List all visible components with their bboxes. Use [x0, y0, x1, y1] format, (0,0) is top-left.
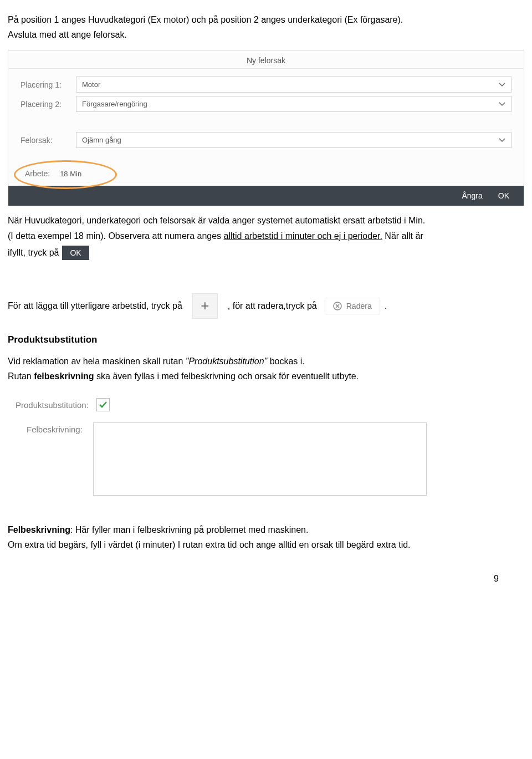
check-icon — [99, 400, 108, 409]
ps-p2-b: ska även fyllas i med felbeskrivning och… — [94, 371, 359, 381]
placering1-value: Motor — [82, 80, 100, 89]
plus-icon: + — [201, 297, 209, 314]
radera-label: Radera — [346, 302, 372, 310]
page-number: 9 — [0, 559, 532, 589]
felorsak-value: Ojämn gång — [82, 136, 121, 144]
intro-line-1: På position 1 anges Huvudkategori (Ex mo… — [8, 13, 524, 26]
ifyllt-prefix: ifyllt, tryck på — [8, 248, 59, 258]
after-sentence-b: (I detta exempel 18 min). Observera att … — [8, 230, 524, 242]
ok-button[interactable]: OK — [498, 191, 509, 200]
chevron-down-icon — [499, 81, 505, 88]
placering2-value: Förgasare/rengöring — [82, 100, 147, 108]
angra-button[interactable]: Ångra — [462, 191, 482, 200]
add-line-part2: , för att radera,tryck på — [228, 301, 317, 311]
dialog-footer: Ångra OK — [8, 186, 524, 206]
chevron-down-icon — [499, 137, 505, 144]
ok-chip[interactable]: OK — [62, 246, 89, 260]
placering1-label: Placering 1: — [21, 80, 76, 89]
chevron-down-icon — [499, 101, 505, 108]
intro-line-2: Avsluta med att ange felorsak. — [8, 28, 524, 41]
arbete-value: 18 Min — [60, 170, 81, 178]
ps-p2-bold: felbeskrivning — [34, 371, 94, 381]
closing-extra-line: Om extra tid begärs, fyll i värdet (i mi… — [8, 538, 524, 551]
produktsubstitution-heading: Produktsubstitution — [8, 334, 524, 345]
plus-button[interactable]: + — [192, 293, 218, 319]
ps-p1-quote: "Produktsubstitution" — [186, 356, 267, 366]
produktsubstitution-checkbox[interactable] — [96, 398, 110, 411]
ny-felorsak-dialog: Ny felorsak Placering 1: Motor Placering… — [8, 50, 524, 206]
felorsak-row: Felorsak: Ojämn gång — [21, 132, 511, 148]
closing-fb-text: : Här fyller man i felbeskrivning på pro… — [70, 525, 309, 534]
add-delete-line: För att lägga till ytterligare arbetstid… — [8, 293, 524, 319]
felbeskrivning-label: Felbeskrivning: — [27, 422, 88, 434]
ps-checkbox-label: Produktsubstitution: — [16, 400, 89, 410]
felbeskrivning-textarea[interactable] — [93, 422, 427, 496]
close-circle-icon — [333, 302, 342, 310]
produktsubstitution-p1: Vid reklamation av hela maskinen skall r… — [8, 355, 524, 368]
add-line-period: . — [385, 301, 387, 311]
closing-fb-line: Felbeskrivning: Här fyller man i felbesk… — [8, 523, 524, 536]
sentence-b-prefix: (I detta exempel 18 min). Observera att … — [8, 231, 224, 241]
felbeskrivning-row: Felbeskrivning: — [27, 422, 521, 496]
placering2-select[interactable]: Förgasare/rengöring — [76, 96, 511, 112]
closing-fb-heading: Felbeskrivning — [8, 525, 70, 534]
ps-form-block: Produktsubstitution: Felbeskrivning: — [8, 398, 524, 496]
produktsubstitution-p2: Rutan felbeskrivning ska även fyllas i m… — [8, 370, 524, 383]
ps-p1-b: bockas i. — [267, 356, 305, 366]
sentence-b-suffix: När allt är — [382, 231, 423, 241]
ps-p2-a: Rutan — [8, 371, 34, 381]
ps-checkbox-row: Produktsubstitution: — [16, 398, 521, 411]
add-line-part1: För att lägga till ytterligare arbetstid… — [8, 301, 182, 311]
sentence-b-underline: alltid arbetstid i minuter och ej i peri… — [224, 231, 382, 241]
placering2-label: Placering 2: — [21, 100, 76, 109]
divider — [8, 68, 524, 69]
felorsak-select[interactable]: Ojämn gång — [76, 132, 511, 148]
arbete-row: Arbete: 18 Min — [21, 167, 511, 180]
radera-button[interactable]: Radera — [325, 298, 380, 314]
arbete-label: Arbete: — [25, 169, 50, 178]
placering2-row: Placering 2: Förgasare/rengöring — [21, 96, 511, 112]
ps-p1-a: Vid reklamation av hela maskinen skall r… — [8, 356, 186, 366]
after-sentence-a: När Huvudkategori, underkategori och fel… — [8, 214, 524, 227]
dialog-title: Ny felorsak — [8, 50, 524, 68]
felorsak-label: Felorsak: — [21, 136, 76, 145]
ifyllt-line: ifyllt, tryck på OK — [8, 246, 524, 260]
placering1-row: Placering 1: Motor — [21, 77, 511, 93]
placering1-select[interactable]: Motor — [76, 77, 511, 93]
